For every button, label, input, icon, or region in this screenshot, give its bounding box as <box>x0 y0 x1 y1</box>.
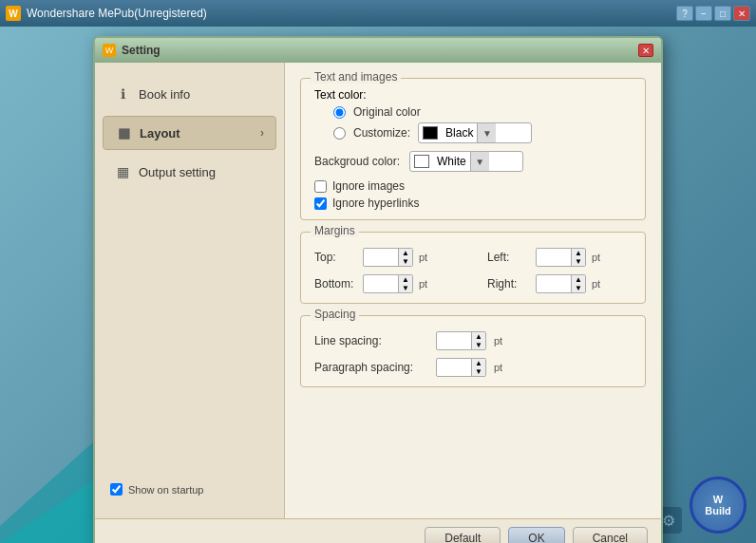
right-unit: pt <box>592 278 600 290</box>
top-value[interactable]: 10 <box>364 251 398 264</box>
text-color-value: Black <box>442 126 477 140</box>
help-button[interactable]: ? <box>676 6 693 21</box>
top-increment[interactable]: ▲ <box>399 249 412 257</box>
spacing-rows: Line spacing: 14 ▲ ▼ pt <box>314 331 632 377</box>
line-spacing-btns: ▲ ▼ <box>471 332 485 349</box>
left-decrement[interactable]: ▼ <box>572 257 585 266</box>
bottom-spinbox-btns: ▲ ▼ <box>398 275 412 292</box>
cancel-button[interactable]: Cancel <box>573 527 648 543</box>
top-unit: pt <box>419 252 427 263</box>
right-margin-row: Right: 10 ▲ ▼ pt <box>487 274 632 293</box>
paragraph-spacing-spinbox[interactable]: 20 ▲ ▼ <box>436 358 486 377</box>
default-button[interactable]: Default <box>425 527 501 543</box>
paragraph-spacing-row: Paragraph spacing: 20 ▲ ▼ pt <box>314 358 632 377</box>
customize-color-row: Customize: Black ▼ <box>333 122 632 143</box>
right-spinbox-btns: ▲ ▼ <box>571 275 585 292</box>
right-decrement[interactable]: ▼ <box>572 284 585 292</box>
sidebar: ℹ Book info ▦ Layout › ▦ Output setting <box>95 63 285 518</box>
bottom-value[interactable]: 10 <box>364 277 398 290</box>
app-close-button[interactable]: ✕ <box>733 6 750 21</box>
top-spinbox[interactable]: 10 ▲ ▼ <box>363 248 413 267</box>
line-spacing-increment[interactable]: ▲ <box>472 332 485 341</box>
line-spacing-unit: pt <box>494 335 502 346</box>
footer-right: Default OK Cancel <box>425 527 648 543</box>
app-titlebar: W Wondershare MePub(Unregistered) ? − □ … <box>0 0 756 27</box>
ignore-hyperlinks-checkbox[interactable] <box>314 197 327 210</box>
margins-grid: Top: 10 ▲ ▼ pt <box>314 248 632 293</box>
app-title: Wondershare MePub(Unregistered) <box>27 7 671 20</box>
ignore-images-label[interactable]: Ignore images <box>332 179 405 193</box>
text-color-dropdown-arrow[interactable]: ▼ <box>477 123 496 142</box>
top-label: Top: <box>314 251 357 264</box>
app-icon: W <box>6 6 21 21</box>
bottom-decrement[interactable]: ▼ <box>399 284 412 292</box>
paragraph-spacing-value[interactable]: 20 <box>437 361 471 374</box>
sidebar-item-book-info[interactable]: ℹ Book info <box>103 78 276 110</box>
app-background: ⚙ W Build W Setting ✕ ℹ Book info <box>0 27 756 543</box>
ignore-images-checkbox[interactable] <box>314 180 327 193</box>
left-increment[interactable]: ▲ <box>572 249 585 257</box>
title-buttons: ? − □ ✕ <box>676 6 750 21</box>
dialog-overlay: W Setting ✕ ℹ Book info ▦ Layout › <box>0 27 756 543</box>
bg-color-dropdown-arrow[interactable]: ▼ <box>470 152 489 171</box>
right-increment[interactable]: ▲ <box>572 275 585 284</box>
show-on-startup-checkbox[interactable] <box>110 483 123 496</box>
left-label: Left: <box>487 251 530 264</box>
paragraph-spacing-unit: pt <box>494 362 502 373</box>
minimize-button[interactable]: − <box>695 6 712 21</box>
text-color-label: Text color: <box>314 88 367 102</box>
dialog-body: ℹ Book info ▦ Layout › ▦ Output setting <box>95 63 661 518</box>
left-unit: pt <box>592 252 600 263</box>
text-images-title: Text and images <box>311 70 401 84</box>
customize-label[interactable]: Customize: <box>353 126 410 140</box>
book-info-icon: ℹ <box>114 85 131 103</box>
line-spacing-label: Line spacing: <box>314 334 428 347</box>
bg-color-label: Backgroud color: <box>314 155 400 168</box>
left-value[interactable]: 10 <box>537 251 571 264</box>
original-color-label[interactable]: Original color <box>353 105 421 119</box>
line-spacing-spinbox[interactable]: 14 ▲ ▼ <box>436 331 486 350</box>
paragraph-spacing-increment[interactable]: ▲ <box>472 359 485 367</box>
text-color-swatch <box>423 126 438 140</box>
top-decrement[interactable]: ▼ <box>399 257 412 266</box>
left-spinbox[interactable]: 10 ▲ ▼ <box>536 248 586 267</box>
show-on-startup-label[interactable]: Show on startup <box>128 484 204 496</box>
left-margin-row: Left: 10 ▲ ▼ pt <box>487 248 632 267</box>
bottom-margin-row: Bottom: 10 ▲ ▼ pt <box>314 274 459 293</box>
ignore-hyperlinks-row: Ignore hyperlinks <box>314 197 632 210</box>
original-color-row: Original color <box>333 105 632 119</box>
right-panel: Text and images Text color: Original col… <box>285 63 661 518</box>
bg-color-value: White <box>433 155 470 168</box>
bg-color-dropdown[interactable]: White ▼ <box>409 151 523 172</box>
line-spacing-value[interactable]: 14 <box>437 334 471 347</box>
text-color-dropdown[interactable]: Black ▼ <box>418 122 532 143</box>
sidebar-item-book-info-label: Book info <box>139 87 265 102</box>
output-setting-icon: ▦ <box>114 163 131 180</box>
dialog-close-button[interactable]: ✕ <box>638 44 653 57</box>
original-color-radio[interactable] <box>333 106 346 119</box>
margins-title: Margins <box>311 224 359 237</box>
line-spacing-decrement[interactable]: ▼ <box>472 341 485 349</box>
right-spinbox[interactable]: 10 ▲ ▼ <box>536 274 586 293</box>
bg-color-row: Backgroud color: White ▼ <box>314 151 632 172</box>
sidebar-item-layout[interactable]: ▦ Layout › <box>103 116 276 150</box>
ignore-hyperlinks-label[interactable]: Ignore hyperlinks <box>332 197 419 210</box>
bottom-spinbox[interactable]: 10 ▲ ▼ <box>363 274 413 293</box>
paragraph-spacing-decrement[interactable]: ▼ <box>472 367 485 376</box>
ok-button[interactable]: OK <box>508 527 564 543</box>
margins-section: Margins Top: 10 ▲ ▼ <box>300 232 646 304</box>
dialog-title: Setting <box>122 44 633 57</box>
spacing-section: Spacing Line spacing: 14 ▲ ▼ <box>300 315 646 387</box>
bottom-increment[interactable]: ▲ <box>399 275 412 284</box>
customize-color-radio[interactable] <box>333 127 346 140</box>
paragraph-spacing-label: Paragraph spacing: <box>314 361 428 374</box>
left-spinbox-btns: ▲ ▼ <box>571 249 585 266</box>
maximize-button[interactable]: □ <box>714 6 731 21</box>
sidebar-item-output-setting[interactable]: ▦ Output setting <box>103 156 276 188</box>
sidebar-item-layout-label: Layout <box>140 126 253 140</box>
line-spacing-row: Line spacing: 14 ▲ ▼ pt <box>314 331 632 350</box>
sidebar-item-output-label: Output setting <box>139 165 265 179</box>
top-spinbox-btns: ▲ ▼ <box>398 249 412 266</box>
right-value[interactable]: 10 <box>537 277 571 290</box>
layout-arrow: › <box>260 126 264 140</box>
